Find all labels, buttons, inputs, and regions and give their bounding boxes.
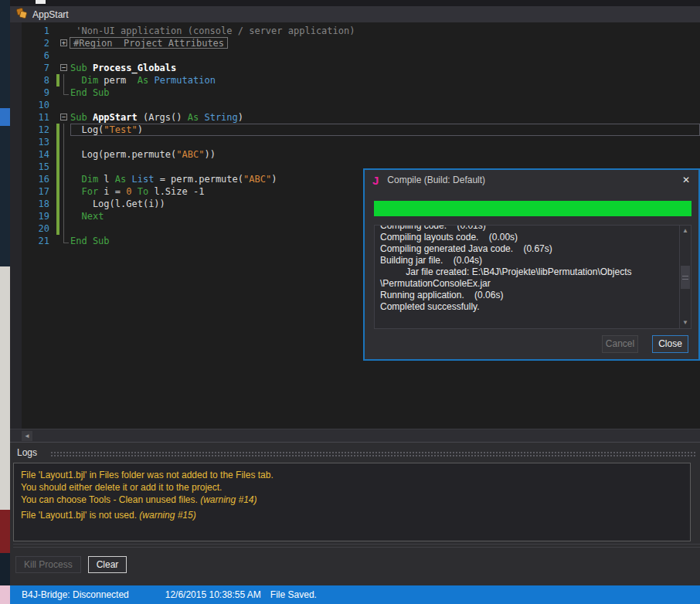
cancel-button[interactable]: Cancel xyxy=(602,335,638,353)
compile-log-line: Compiling layouts code. (0.00s) xyxy=(380,232,691,243)
desktop-seg xyxy=(0,553,10,585)
line-number: 13 xyxy=(10,136,56,148)
code-line-text xyxy=(70,49,700,62)
logs-panel-title: Logs xyxy=(17,447,37,458)
code-line: 14 Log(perm.permute("ABC")) xyxy=(10,148,700,161)
status-timestamp: 12/6/2015 10:38:55 AM xyxy=(165,589,261,600)
code-line: 1 'Non-UI application (console / server … xyxy=(10,25,700,37)
scroll-up-icon[interactable]: ▲ xyxy=(680,226,691,236)
compile-log-line: \PermutationConsoleEx.jar xyxy=(380,278,691,290)
clear-button[interactable]: Clear xyxy=(88,556,127,573)
top-toolbar-edge xyxy=(10,0,700,6)
fold-gutter xyxy=(59,124,70,136)
code-line-text: End Sub xyxy=(70,87,700,99)
desktop-seg xyxy=(0,510,10,553)
line-number: 10 xyxy=(10,99,56,111)
line-number: 6 xyxy=(10,49,56,62)
fold-minus-icon[interactable]: − xyxy=(59,111,70,124)
b4j-logo-icon: J xyxy=(372,174,379,187)
close-button[interactable]: Close xyxy=(652,335,688,353)
fold-gutter xyxy=(59,49,70,62)
compile-log-line: Running application. (0.06s) xyxy=(380,290,691,301)
compile-log-line: Compiling generated Java code. (0.67s) xyxy=(380,243,691,255)
compile-dialog-titlebar[interactable]: J Compile (Build: Default) ✕ xyxy=(365,170,698,190)
compile-log-line: Building jar file. (0.04s) xyxy=(380,255,691,266)
warning-log-line: You can choose Tools - Clean unused file… xyxy=(21,494,690,506)
close-icon[interactable]: ✕ xyxy=(678,172,694,188)
code-line: 8 Dim perm As Permutation xyxy=(10,74,700,87)
compile-log-box[interactable]: Compiling code. (0.01s)Compiling layouts… xyxy=(374,225,692,329)
code-line: 9End Sub xyxy=(10,87,700,99)
fold-gutter xyxy=(59,235,70,247)
scroll-left-arrow-icon[interactable]: ◄ xyxy=(22,431,32,441)
line-number: 19 xyxy=(10,210,56,222)
fold-gutter xyxy=(59,25,70,37)
line-number: 16 xyxy=(10,173,56,185)
fold-gutter xyxy=(59,185,70,198)
scrollbar-thumb[interactable] xyxy=(681,266,690,289)
line-number: 11 xyxy=(10,111,56,124)
collapsed-region-box[interactable]: #Region Project Attributes xyxy=(70,37,228,49)
desktop-background-strip xyxy=(0,0,10,604)
code-line: 12 Log("Test") xyxy=(10,124,700,136)
compile-log-lines: Compiling code. (0.01s)Compiling layouts… xyxy=(375,225,691,313)
fold-gutter xyxy=(59,222,70,235)
warning-log-line: File 'Layout1.bjl' is not used. (warning… xyxy=(21,509,690,521)
code-line: 11−Sub AppStart (Args() As String) xyxy=(10,111,700,124)
scroll-down-icon[interactable]: ▼ xyxy=(680,317,691,328)
line-number: 8 xyxy=(10,74,56,87)
fold-minus-icon[interactable]: − xyxy=(59,62,70,74)
line-number: 17 xyxy=(10,185,56,198)
compile-log-line: Compiling code. (0.01s) xyxy=(380,225,691,232)
bridge-status: B4J-Bridge: Disconnected xyxy=(22,589,129,600)
line-number: 20 xyxy=(10,222,56,235)
fold-gutter xyxy=(59,87,70,99)
line-number: 15 xyxy=(10,161,56,173)
fold-gutter xyxy=(59,148,70,161)
toolbar-sliver xyxy=(36,0,46,4)
code-line-text xyxy=(70,136,700,148)
module-tab-bar: AppStart xyxy=(10,6,700,22)
line-number: 7 xyxy=(10,62,56,74)
file-saved-status: File Saved. xyxy=(270,589,317,600)
code-line-text: 'Non-UI application (console / server ap… xyxy=(70,25,700,37)
line-number: 14 xyxy=(10,148,56,161)
logs-header-texture xyxy=(50,451,697,457)
code-line-text: Dim perm As Permutation xyxy=(70,74,700,87)
compile-log-scrollbar[interactable]: ▲ ▼ xyxy=(679,226,691,328)
editor-horizontal-scrollbar[interactable]: ◄ xyxy=(10,429,700,442)
warning-log-line: You should either delete it or add it to… xyxy=(21,481,690,494)
fold-gutter xyxy=(59,136,70,148)
desktop-seg xyxy=(0,126,10,266)
fold-gutter xyxy=(59,210,70,222)
fold-gutter xyxy=(59,99,70,111)
code-line: 7−Sub Process_Globals xyxy=(10,62,700,74)
compile-dialog-title: Compile (Build: Default) xyxy=(387,175,485,185)
tab-appstart[interactable]: AppStart xyxy=(10,6,76,22)
logs-splitter[interactable] xyxy=(13,544,700,548)
logs-panel: Logs File 'Layout1.bjl' in Files folder … xyxy=(10,442,700,585)
compile-progress-bar xyxy=(374,201,692,216)
code-line-text: Log(perm.permute("ABC")) xyxy=(70,148,700,161)
fold-gutter xyxy=(59,173,70,185)
desktop-window-sliver xyxy=(0,266,10,510)
logs-buttons-row: Kill Process Clear xyxy=(15,556,127,573)
line-number: 18 xyxy=(10,198,56,210)
code-line-text xyxy=(70,99,700,111)
b4j-ide-window: AppStart 1 'Non-UI application (console … xyxy=(0,0,700,604)
code-line: 6 xyxy=(10,49,700,62)
logs-output-box[interactable]: File 'Layout1.bjl' in Files folder was n… xyxy=(13,463,691,541)
kill-process-button[interactable]: Kill Process xyxy=(15,556,81,573)
module-icon xyxy=(15,7,28,22)
compile-dialog: J Compile (Build: Default) ✕ Compiling c… xyxy=(363,168,700,361)
warning-log-line: File 'Layout1.bjl' in Files folder was n… xyxy=(21,469,690,481)
line-number: 21 xyxy=(10,235,56,247)
code-line-text: #Region Project Attributes xyxy=(70,37,700,49)
code-line: 2+#Region Project Attributes xyxy=(10,37,700,49)
compile-log-line: Jar file created: E:\B4J\Projekte\libPer… xyxy=(380,266,691,278)
fold-plus-icon[interactable]: + xyxy=(59,37,70,49)
desktop-seg xyxy=(0,585,10,604)
line-number: 9 xyxy=(10,87,56,99)
code-line: 13 xyxy=(10,136,700,148)
code-line: 10 xyxy=(10,99,700,111)
